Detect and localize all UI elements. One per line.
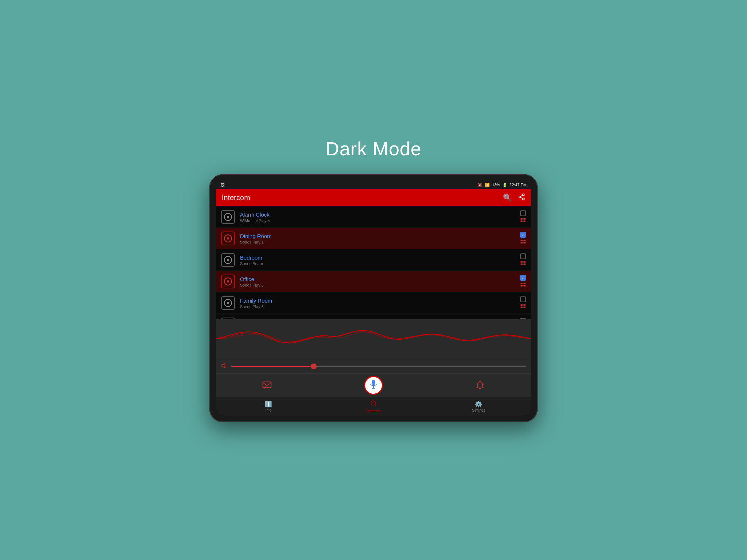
room-device-dining-room: Sonos Play:1 bbox=[240, 240, 520, 244]
svg-rect-11 bbox=[523, 240, 525, 241]
volume-slider-fill bbox=[231, 366, 314, 367]
room-name-dining-room: Dining Room bbox=[240, 233, 520, 239]
wifi-icon: 📶 bbox=[485, 183, 490, 187]
room-icon-alarm-clock bbox=[221, 210, 235, 224]
bottom-nav: ℹ️ Info Intercom ⚙️ Settings bbox=[216, 397, 531, 416]
nav-label-info: Info bbox=[266, 408, 272, 412]
svg-rect-7 bbox=[523, 218, 525, 219]
share-icon[interactable] bbox=[518, 193, 525, 202]
svg-rect-13 bbox=[520, 261, 522, 262]
svg-rect-19 bbox=[523, 283, 525, 284]
svg-rect-16 bbox=[523, 263, 525, 265]
svg-point-0 bbox=[523, 194, 525, 195]
content-area: Alarm Clock WiMu LinkPlayer bbox=[216, 206, 531, 416]
svg-rect-22 bbox=[520, 306, 522, 308]
svg-rect-32 bbox=[372, 380, 375, 385]
room-action-dining-room[interactable] bbox=[520, 239, 526, 245]
room-item-bedroom[interactable]: Bedroom Sonos Beam bbox=[216, 249, 531, 271]
room-name-family-room: Family Room bbox=[240, 298, 520, 304]
room-controls-office bbox=[520, 275, 526, 288]
notification-icon: 🖼 bbox=[220, 182, 225, 187]
room-info-office: Office Sonos Play:3 bbox=[240, 276, 520, 287]
room-info-family-room: Family Room Sonos Play:3 bbox=[240, 298, 520, 309]
checkbox-family-room[interactable] bbox=[520, 296, 526, 302]
room-item-dining-room[interactable]: Dining Room Sonos Play:1 bbox=[216, 228, 531, 249]
room-device-alarm-clock: WiMu LinkPlayer bbox=[240, 218, 520, 223]
room-list: Alarm Clock WiMu LinkPlayer bbox=[216, 206, 531, 319]
app-title: Intercom bbox=[222, 194, 503, 202]
tablet-device: 🖼 🔇 📶 13% 🔋 12:47 PM Intercom 🔍 bbox=[209, 174, 538, 422]
nav-label-intercom: Intercom bbox=[367, 409, 381, 413]
room-action-family-room[interactable] bbox=[520, 304, 526, 310]
clock: 12:47 PM bbox=[510, 183, 527, 187]
svg-rect-21 bbox=[520, 304, 522, 306]
checkbox-dining-room[interactable] bbox=[520, 232, 526, 238]
intercom-nav-icon bbox=[370, 400, 377, 408]
room-item-kitchen[interactable]: Kitchen Sonos One bbox=[216, 314, 531, 319]
svg-rect-20 bbox=[523, 285, 525, 286]
nav-item-settings[interactable]: ⚙️ Settings bbox=[426, 397, 531, 416]
action-bar bbox=[216, 373, 531, 397]
room-name-alarm-clock: Alarm Clock bbox=[240, 211, 520, 218]
svg-rect-10 bbox=[520, 242, 522, 243]
svg-rect-5 bbox=[520, 218, 522, 219]
svg-rect-30 bbox=[263, 382, 271, 388]
room-action-bedroom[interactable] bbox=[520, 261, 526, 267]
room-icon-dining-room bbox=[221, 232, 235, 245]
room-item-alarm-clock[interactable]: Alarm Clock WiMu LinkPlayer bbox=[216, 206, 531, 228]
svg-rect-8 bbox=[523, 220, 525, 222]
room-icon-office bbox=[221, 275, 235, 288]
settings-icon: ⚙️ bbox=[475, 401, 482, 408]
svg-line-3 bbox=[520, 197, 523, 198]
room-info-bedroom: Bedroom Sonos Beam bbox=[240, 254, 520, 266]
volume-control bbox=[216, 359, 531, 373]
room-controls-bedroom bbox=[520, 253, 526, 267]
room-device-family-room: Sonos Play:3 bbox=[240, 304, 520, 309]
room-info-alarm-clock: Alarm Clock WiMu LinkPlayer bbox=[240, 211, 520, 223]
nav-item-info[interactable]: ℹ️ Info bbox=[216, 397, 321, 416]
svg-marker-29 bbox=[222, 363, 225, 368]
message-button[interactable] bbox=[262, 380, 272, 390]
app-bar: Intercom 🔍 bbox=[216, 189, 531, 206]
svg-point-1 bbox=[519, 196, 521, 198]
room-device-bedroom: Sonos Beam bbox=[240, 261, 520, 266]
checkbox-office[interactable] bbox=[520, 275, 526, 281]
svg-rect-6 bbox=[520, 220, 522, 222]
svg-rect-14 bbox=[520, 263, 522, 265]
room-name-office: Office bbox=[240, 276, 520, 282]
svg-line-36 bbox=[375, 404, 376, 405]
volume-slider-track[interactable] bbox=[231, 366, 526, 367]
svg-rect-12 bbox=[523, 242, 525, 243]
checkbox-bedroom[interactable] bbox=[520, 253, 526, 259]
svg-rect-18 bbox=[520, 285, 522, 286]
room-icon-family-room bbox=[221, 296, 235, 310]
search-icon[interactable]: 🔍 bbox=[503, 193, 512, 202]
mute-icon: 🔇 bbox=[477, 183, 483, 187]
room-icon-bedroom bbox=[221, 253, 235, 267]
status-bar: 🖼 🔇 📶 13% 🔋 12:47 PM bbox=[216, 181, 531, 189]
svg-line-4 bbox=[520, 195, 523, 196]
room-controls-dining-room bbox=[520, 232, 526, 245]
mic-button[interactable] bbox=[364, 376, 383, 395]
room-item-office[interactable]: Office Sonos Play:3 bbox=[216, 271, 531, 292]
svg-point-35 bbox=[371, 401, 375, 405]
volume-slider-thumb[interactable] bbox=[311, 363, 317, 369]
svg-rect-24 bbox=[523, 306, 525, 308]
room-device-office: Sonos Play:3 bbox=[240, 283, 520, 287]
svg-rect-9 bbox=[520, 240, 522, 241]
battery-icon: 🔋 bbox=[502, 183, 507, 187]
nav-label-settings: Settings bbox=[472, 408, 485, 412]
checkbox-alarm-clock[interactable] bbox=[520, 210, 526, 216]
waveform-display bbox=[216, 319, 531, 359]
nav-item-intercom[interactable]: Intercom bbox=[321, 397, 426, 416]
bell-button[interactable] bbox=[475, 380, 485, 390]
info-icon: ℹ️ bbox=[265, 401, 272, 408]
room-action-alarm-clock[interactable] bbox=[520, 218, 526, 224]
room-item-family-room[interactable]: Family Room Sonos Play:3 bbox=[216, 292, 531, 314]
battery-percent: 13% bbox=[492, 183, 500, 187]
room-info-dining-room: Dining Room Sonos Play:1 bbox=[240, 233, 520, 244]
room-action-office[interactable] bbox=[520, 282, 526, 288]
room-name-bedroom: Bedroom bbox=[240, 254, 520, 261]
svg-rect-23 bbox=[523, 304, 525, 306]
page-title: Dark Mode bbox=[325, 138, 421, 160]
